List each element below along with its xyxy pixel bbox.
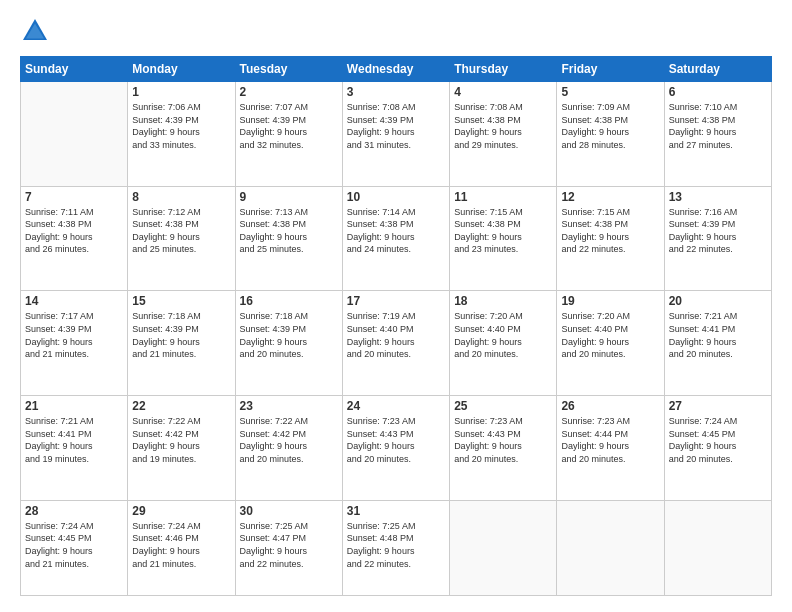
calendar-cell: 16Sunrise: 7:18 AMSunset: 4:39 PMDayligh… xyxy=(235,291,342,396)
day-number: 17 xyxy=(347,294,445,308)
cell-info: Sunrise: 7:15 AMSunset: 4:38 PMDaylight:… xyxy=(561,206,659,256)
calendar-cell: 12Sunrise: 7:15 AMSunset: 4:38 PMDayligh… xyxy=(557,186,664,291)
day-number: 18 xyxy=(454,294,552,308)
cell-info: Sunrise: 7:22 AMSunset: 4:42 PMDaylight:… xyxy=(132,415,230,465)
day-number: 9 xyxy=(240,190,338,204)
day-number: 21 xyxy=(25,399,123,413)
cell-info: Sunrise: 7:25 AMSunset: 4:48 PMDaylight:… xyxy=(347,520,445,570)
day-number: 23 xyxy=(240,399,338,413)
day-number: 20 xyxy=(669,294,767,308)
cell-info: Sunrise: 7:06 AMSunset: 4:39 PMDaylight:… xyxy=(132,101,230,151)
cell-info: Sunrise: 7:24 AMSunset: 4:45 PMDaylight:… xyxy=(25,520,123,570)
cell-info: Sunrise: 7:10 AMSunset: 4:38 PMDaylight:… xyxy=(669,101,767,151)
day-number: 14 xyxy=(25,294,123,308)
cell-info: Sunrise: 7:15 AMSunset: 4:38 PMDaylight:… xyxy=(454,206,552,256)
day-number: 22 xyxy=(132,399,230,413)
cell-info: Sunrise: 7:20 AMSunset: 4:40 PMDaylight:… xyxy=(454,310,552,360)
calendar-cell: 6Sunrise: 7:10 AMSunset: 4:38 PMDaylight… xyxy=(664,82,771,187)
calendar-week-row: 28Sunrise: 7:24 AMSunset: 4:45 PMDayligh… xyxy=(21,500,772,595)
calendar-cell xyxy=(21,82,128,187)
calendar-cell: 23Sunrise: 7:22 AMSunset: 4:42 PMDayligh… xyxy=(235,396,342,501)
cell-info: Sunrise: 7:11 AMSunset: 4:38 PMDaylight:… xyxy=(25,206,123,256)
day-number: 19 xyxy=(561,294,659,308)
calendar-cell: 7Sunrise: 7:11 AMSunset: 4:38 PMDaylight… xyxy=(21,186,128,291)
calendar-header-row: SundayMondayTuesdayWednesdayThursdayFrid… xyxy=(21,57,772,82)
page: SundayMondayTuesdayWednesdayThursdayFrid… xyxy=(0,0,792,612)
calendar-cell: 3Sunrise: 7:08 AMSunset: 4:39 PMDaylight… xyxy=(342,82,449,187)
calendar-cell xyxy=(557,500,664,595)
calendar-cell xyxy=(664,500,771,595)
calendar-cell: 10Sunrise: 7:14 AMSunset: 4:38 PMDayligh… xyxy=(342,186,449,291)
calendar-cell: 31Sunrise: 7:25 AMSunset: 4:48 PMDayligh… xyxy=(342,500,449,595)
cell-info: Sunrise: 7:22 AMSunset: 4:42 PMDaylight:… xyxy=(240,415,338,465)
calendar-cell xyxy=(450,500,557,595)
day-number: 29 xyxy=(132,504,230,518)
day-number: 5 xyxy=(561,85,659,99)
calendar-cell: 26Sunrise: 7:23 AMSunset: 4:44 PMDayligh… xyxy=(557,396,664,501)
day-number: 28 xyxy=(25,504,123,518)
day-number: 6 xyxy=(669,85,767,99)
day-number: 31 xyxy=(347,504,445,518)
cell-info: Sunrise: 7:08 AMSunset: 4:38 PMDaylight:… xyxy=(454,101,552,151)
cell-info: Sunrise: 7:24 AMSunset: 4:45 PMDaylight:… xyxy=(669,415,767,465)
day-number: 7 xyxy=(25,190,123,204)
day-number: 15 xyxy=(132,294,230,308)
day-number: 4 xyxy=(454,85,552,99)
logo-icon xyxy=(20,16,50,46)
day-number: 12 xyxy=(561,190,659,204)
cell-info: Sunrise: 7:24 AMSunset: 4:46 PMDaylight:… xyxy=(132,520,230,570)
calendar-day-header: Monday xyxy=(128,57,235,82)
day-number: 16 xyxy=(240,294,338,308)
day-number: 27 xyxy=(669,399,767,413)
calendar-cell: 14Sunrise: 7:17 AMSunset: 4:39 PMDayligh… xyxy=(21,291,128,396)
calendar-day-header: Saturday xyxy=(664,57,771,82)
cell-info: Sunrise: 7:17 AMSunset: 4:39 PMDaylight:… xyxy=(25,310,123,360)
cell-info: Sunrise: 7:19 AMSunset: 4:40 PMDaylight:… xyxy=(347,310,445,360)
day-number: 11 xyxy=(454,190,552,204)
cell-info: Sunrise: 7:20 AMSunset: 4:40 PMDaylight:… xyxy=(561,310,659,360)
cell-info: Sunrise: 7:23 AMSunset: 4:43 PMDaylight:… xyxy=(454,415,552,465)
cell-info: Sunrise: 7:23 AMSunset: 4:44 PMDaylight:… xyxy=(561,415,659,465)
day-number: 30 xyxy=(240,504,338,518)
day-number: 2 xyxy=(240,85,338,99)
calendar-cell: 11Sunrise: 7:15 AMSunset: 4:38 PMDayligh… xyxy=(450,186,557,291)
cell-info: Sunrise: 7:18 AMSunset: 4:39 PMDaylight:… xyxy=(240,310,338,360)
calendar-cell: 8Sunrise: 7:12 AMSunset: 4:38 PMDaylight… xyxy=(128,186,235,291)
calendar-cell: 28Sunrise: 7:24 AMSunset: 4:45 PMDayligh… xyxy=(21,500,128,595)
calendar-cell: 18Sunrise: 7:20 AMSunset: 4:40 PMDayligh… xyxy=(450,291,557,396)
day-number: 25 xyxy=(454,399,552,413)
logo xyxy=(20,16,54,46)
calendar-cell: 27Sunrise: 7:24 AMSunset: 4:45 PMDayligh… xyxy=(664,396,771,501)
calendar-cell: 13Sunrise: 7:16 AMSunset: 4:39 PMDayligh… xyxy=(664,186,771,291)
calendar-cell: 9Sunrise: 7:13 AMSunset: 4:38 PMDaylight… xyxy=(235,186,342,291)
day-number: 13 xyxy=(669,190,767,204)
day-number: 10 xyxy=(347,190,445,204)
calendar-day-header: Thursday xyxy=(450,57,557,82)
day-number: 24 xyxy=(347,399,445,413)
cell-info: Sunrise: 7:18 AMSunset: 4:39 PMDaylight:… xyxy=(132,310,230,360)
calendar-week-row: 7Sunrise: 7:11 AMSunset: 4:38 PMDaylight… xyxy=(21,186,772,291)
day-number: 8 xyxy=(132,190,230,204)
cell-info: Sunrise: 7:08 AMSunset: 4:39 PMDaylight:… xyxy=(347,101,445,151)
calendar-cell: 19Sunrise: 7:20 AMSunset: 4:40 PMDayligh… xyxy=(557,291,664,396)
calendar-cell: 24Sunrise: 7:23 AMSunset: 4:43 PMDayligh… xyxy=(342,396,449,501)
calendar-week-row: 1Sunrise: 7:06 AMSunset: 4:39 PMDaylight… xyxy=(21,82,772,187)
cell-info: Sunrise: 7:14 AMSunset: 4:38 PMDaylight:… xyxy=(347,206,445,256)
cell-info: Sunrise: 7:25 AMSunset: 4:47 PMDaylight:… xyxy=(240,520,338,570)
calendar-cell: 17Sunrise: 7:19 AMSunset: 4:40 PMDayligh… xyxy=(342,291,449,396)
calendar-cell: 30Sunrise: 7:25 AMSunset: 4:47 PMDayligh… xyxy=(235,500,342,595)
calendar-cell: 4Sunrise: 7:08 AMSunset: 4:38 PMDaylight… xyxy=(450,82,557,187)
calendar-cell: 20Sunrise: 7:21 AMSunset: 4:41 PMDayligh… xyxy=(664,291,771,396)
calendar-day-header: Friday xyxy=(557,57,664,82)
calendar-week-row: 14Sunrise: 7:17 AMSunset: 4:39 PMDayligh… xyxy=(21,291,772,396)
cell-info: Sunrise: 7:09 AMSunset: 4:38 PMDaylight:… xyxy=(561,101,659,151)
calendar-cell: 22Sunrise: 7:22 AMSunset: 4:42 PMDayligh… xyxy=(128,396,235,501)
calendar-cell: 21Sunrise: 7:21 AMSunset: 4:41 PMDayligh… xyxy=(21,396,128,501)
cell-info: Sunrise: 7:21 AMSunset: 4:41 PMDaylight:… xyxy=(669,310,767,360)
calendar-cell: 1Sunrise: 7:06 AMSunset: 4:39 PMDaylight… xyxy=(128,82,235,187)
day-number: 26 xyxy=(561,399,659,413)
cell-info: Sunrise: 7:12 AMSunset: 4:38 PMDaylight:… xyxy=(132,206,230,256)
calendar-week-row: 21Sunrise: 7:21 AMSunset: 4:41 PMDayligh… xyxy=(21,396,772,501)
calendar-cell: 2Sunrise: 7:07 AMSunset: 4:39 PMDaylight… xyxy=(235,82,342,187)
calendar-cell: 15Sunrise: 7:18 AMSunset: 4:39 PMDayligh… xyxy=(128,291,235,396)
